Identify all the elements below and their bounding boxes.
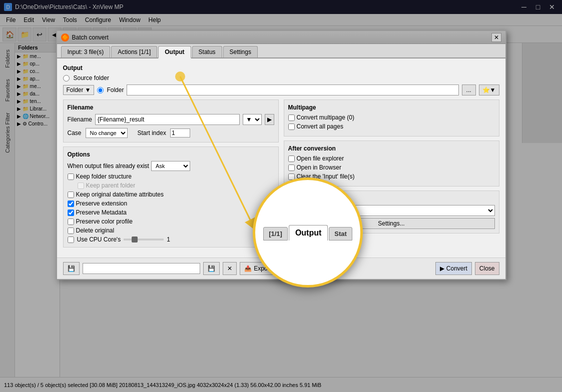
open-explorer-checkbox[interactable]: [288, 156, 295, 162]
options-title: Options: [68, 151, 274, 158]
browse-button[interactable]: ...: [462, 84, 476, 96]
save-profile-button[interactable]: 💾: [63, 262, 80, 275]
dialog-title: Batch convert: [72, 34, 491, 41]
zoom-annotation: [1/1] Output Stat: [253, 178, 363, 288]
output-path-input[interactable]: [127, 84, 458, 96]
cpu-cores-row: Use CPU Core's 1: [68, 236, 274, 243]
convert-multipage-checkbox[interactable]: [288, 114, 295, 121]
tab-settings[interactable]: Settings: [223, 46, 258, 58]
zoom-tab-status: Stat: [329, 227, 352, 240]
keep-datetime-checkbox[interactable]: [68, 192, 74, 198]
preserve-color-checkbox[interactable]: [68, 218, 74, 225]
folder-label[interactable]: Folder: [107, 86, 124, 94]
folder-type-dropdown[interactable]: Folder ▼: [63, 85, 95, 95]
tab-actions[interactable]: Actions [1/1]: [111, 46, 157, 58]
filename-label: Filename: [68, 116, 92, 123]
export-icon: 📤: [244, 265, 252, 272]
convert-button[interactable]: ▶ Convert: [435, 262, 472, 275]
keep-folder-row: Keep folder structure: [68, 173, 274, 180]
source-folder-radio[interactable]: [63, 75, 70, 82]
case-row: Case No change Uppercase Lowercase Title…: [68, 128, 274, 138]
keep-parent-row: Keep parent folder: [78, 182, 274, 189]
preserve-metadata-checkbox[interactable]: [68, 210, 74, 216]
when-exists-row: When output files already exist Ask Over…: [68, 161, 274, 171]
delete-original-checkbox[interactable]: [68, 228, 74, 234]
start-index-input[interactable]: [170, 128, 190, 138]
folder-type-label: Folder: [67, 86, 84, 94]
use-cpu-cores-label[interactable]: Use CPU Core's: [77, 236, 121, 243]
profile-name-input[interactable]: [83, 263, 201, 274]
keep-parent-label: Keep parent folder: [86, 182, 136, 189]
tab-status[interactable]: Status: [192, 46, 222, 58]
convert-multipage-label[interactable]: Convert multipage (0): [297, 114, 354, 121]
case-label: Case: [68, 130, 82, 136]
filename-arrow-btn[interactable]: ▶: [265, 114, 274, 125]
preserve-extension-checkbox[interactable]: [68, 200, 74, 207]
delete-profile-button[interactable]: ✕: [223, 262, 237, 275]
tab-input[interactable]: Input: 3 file(s): [61, 46, 111, 58]
delete-original-label[interactable]: Delete original: [76, 227, 115, 234]
dialog-tabs: Input: 3 file(s) Actions [1/1] Output St…: [57, 44, 505, 58]
open-explorer-label[interactable]: Open file explorer: [297, 155, 344, 162]
keep-datetime-label[interactable]: Keep original date/time attributes: [76, 191, 164, 198]
options-section: Options When output files already exist …: [63, 146, 279, 248]
use-cpu-cores-checkbox[interactable]: [68, 236, 74, 243]
multipage-section: Multipage Convert multipage (0) Convert …: [284, 100, 499, 136]
keep-parent-checkbox[interactable]: [78, 182, 84, 189]
filename-section: Filename Filename {Filename}_result ▼ ▶: [63, 100, 279, 142]
zoom-tab-actions: [1/1]: [263, 227, 288, 240]
multipage-title: Multipage: [288, 104, 495, 111]
dialog-close-button[interactable]: ✕: [491, 33, 501, 42]
filename-template-select[interactable]: ▼: [243, 114, 262, 125]
convert-icon: ▶: [440, 265, 444, 272]
convert-all-pages-label[interactable]: Convert all pages: [297, 123, 343, 130]
after-conversion-title: After conversion: [288, 145, 495, 152]
convert-label: Convert: [446, 265, 467, 272]
folder-radio[interactable]: [97, 87, 104, 94]
cpu-slider-thumb[interactable]: [132, 236, 138, 242]
folder-dropdown-arrow: ▼: [85, 86, 91, 94]
tab-output[interactable]: Output: [158, 46, 191, 58]
preserve-color-row: Preserve color profile: [68, 218, 274, 225]
cpu-cores-value: 1: [167, 236, 170, 243]
delete-original-row: Delete original: [68, 227, 274, 234]
preserve-ext-row: Preserve extension: [68, 200, 274, 207]
when-exists-label: When output files already exist: [68, 162, 149, 170]
dialog-icon: 🔶: [61, 34, 69, 42]
close-dialog-button[interactable]: Close: [475, 262, 499, 275]
convert-all-pages-checkbox[interactable]: [288, 124, 295, 130]
left-column: Filename Filename {Filename}_result ▼ ▶: [63, 100, 279, 252]
when-exists-select[interactable]: Ask Overwrite Skip Rename: [151, 161, 190, 171]
cpu-slider-track: [124, 238, 164, 240]
open-browser-checkbox[interactable]: [288, 164, 295, 171]
zoom-tab-output: Output: [289, 225, 328, 240]
start-index-label: Start index: [138, 130, 166, 136]
preserve-extension-label[interactable]: Preserve extension: [76, 200, 128, 207]
source-folder-label[interactable]: Source folder: [74, 74, 109, 82]
favorite-button[interactable]: ⭐▼: [479, 84, 499, 96]
output-section-label: Output: [63, 64, 499, 72]
keep-folder-checkbox[interactable]: [68, 174, 74, 180]
output-location-row: Source folder: [63, 74, 499, 82]
folder-row: Folder ▼ Folder ... ⭐▼: [63, 84, 499, 96]
dialog-title-bar: 🔶 Batch convert ✕: [57, 31, 505, 44]
filename-row: Filename {Filename}_result ▼ ▶: [68, 114, 274, 125]
preserve-meta-row: Preserve Metadata: [68, 209, 274, 216]
keep-datetime-row: Keep original date/time attributes: [68, 191, 274, 198]
keep-folder-label[interactable]: Keep folder structure: [76, 173, 132, 180]
convert-multipage-row: Convert multipage (0): [288, 114, 495, 121]
convert-all-pages-row: Convert all pages: [288, 123, 495, 130]
zoom-tabs-preview: [1/1] Output Stat: [263, 225, 352, 240]
case-select[interactable]: No change Uppercase Lowercase Title case: [86, 128, 128, 138]
open-browser-row: Open in Browser: [288, 164, 495, 171]
open-browser-label[interactable]: Open in Browser: [297, 164, 341, 171]
preserve-color-label[interactable]: Preserve color profile: [76, 218, 133, 225]
filename-input[interactable]: {Filename}_result: [95, 114, 240, 125]
preserve-metadata-label[interactable]: Preserve Metadata: [76, 209, 127, 216]
filename-section-label: Filename: [68, 104, 274, 111]
save-profile-confirm-button[interactable]: 💾: [203, 262, 220, 275]
open-explorer-row: Open file explorer: [288, 155, 495, 162]
main-window: D D:\OneDrive\Pictures\Cats\ - XnView MP…: [0, 0, 562, 392]
